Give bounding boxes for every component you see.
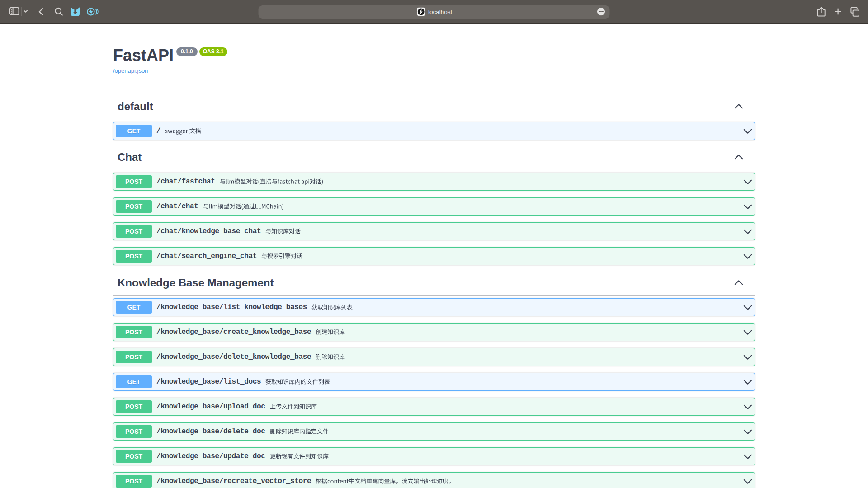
svg-text:localhost: localhost: [428, 9, 453, 15]
